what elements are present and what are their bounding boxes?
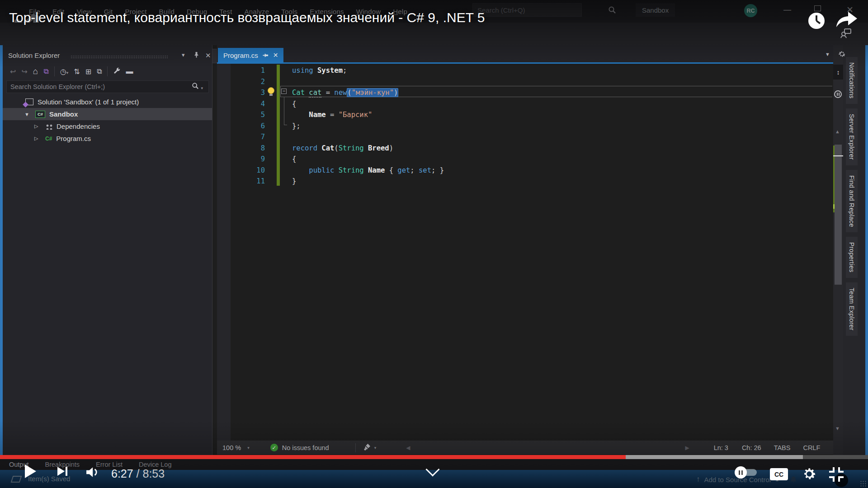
chevron-collapsed-icon[interactable]: ▷ — [34, 123, 38, 129]
solution-explorer-panel: Solution Explorer ▾ ✕ ↩ ↪ ⌂ ⧉ ◷▾ ⇅ ⊞ ⧉ ▬… — [3, 45, 212, 455]
issues-status[interactable]: No issues found — [282, 444, 329, 451]
player-settings-gear-icon[interactable] — [802, 466, 817, 482]
window-maximize-button[interactable] — [814, 5, 821, 11]
code-line-6[interactable]: 6}; — [217, 121, 833, 132]
code-line-3[interactable]: 3Cat cat = new("мэйн-кун") — [217, 87, 833, 99]
properties-wrench-icon[interactable] — [113, 67, 120, 76]
code-lines: 1using System;23Cat cat = new("мэйн-кун"… — [217, 64, 833, 187]
column-indicator[interactable]: Ch: 26 — [742, 444, 761, 451]
editor-options-gear-icon[interactable] — [838, 50, 846, 58]
lightbulb-quick-action-icon[interactable] — [268, 87, 274, 96]
tab-program-cs[interactable]: Program.cs ✕ — [218, 48, 283, 62]
code-area[interactable]: 1using System;23Cat cat = new("мэйн-кун"… — [217, 64, 833, 441]
avatar[interactable]: RC — [744, 4, 757, 17]
line-number: 1 — [217, 65, 265, 76]
solution-explorer-title: Solution Explorer — [8, 52, 60, 59]
hscroll-left-arrow[interactable]: ◀ — [406, 445, 410, 451]
document-list-dropdown[interactable]: ▼ — [825, 52, 830, 57]
code-line-4[interactable]: 4{ — [217, 99, 833, 110]
tool-tab-find-and-replace[interactable]: Find and Replace — [846, 170, 858, 233]
tool-tab-notifications[interactable]: Notifications — [846, 57, 858, 104]
code-line-8[interactable]: 8record Cat(String Breed) — [217, 143, 833, 154]
code-text: public String Name { get; set; } — [292, 165, 444, 176]
chevron-expanded-icon[interactable]: ▼ — [24, 112, 29, 117]
editor-status-row: 100 % ▾ ✓ No issues found ▾ ◀ ▶ Ln: 3 Ch… — [217, 441, 843, 455]
notifications-bell-icon[interactable] — [790, 476, 797, 483]
volume-icon[interactable] — [85, 466, 99, 478]
line-indicator[interactable]: Ln: 3 — [714, 444, 728, 451]
code-line-1[interactable]: 1using System; — [217, 65, 833, 76]
tree-item-program-cs[interactable]: ▷C#Program.cs — [3, 132, 212, 145]
share-icon[interactable] — [835, 11, 858, 28]
se-home-icon[interactable]: ⌂ — [33, 66, 38, 76]
collapse-all-icon[interactable]: ⊞ — [85, 67, 91, 76]
tabs-indicator[interactable]: TABS — [774, 444, 791, 451]
panel-drag-grip[interactable] — [71, 55, 168, 59]
subtitles-cc-button[interactable]: CC — [770, 468, 788, 480]
code-cleanup-broom-icon[interactable] — [363, 443, 371, 452]
code-line-10[interactable]: 10 public String Name { get; set; } — [217, 165, 833, 176]
code-text: record Cat(String Breed) — [292, 143, 393, 154]
sync-with-active-document-icon[interactable]: ⧉ — [43, 67, 48, 75]
tree-item-label: Solution 'Sandbox' (1 of 1 project) — [38, 98, 139, 106]
tab-label: Program.cs — [223, 52, 258, 59]
next-button[interactable] — [57, 467, 67, 476]
line-number: 11 — [217, 176, 265, 187]
tree-item-sandbox[interactable]: ▼C#Sandbox — [3, 108, 212, 120]
code-cleanup-dropdown[interactable]: ▾ — [374, 446, 377, 450]
tree-item-dependencies[interactable]: ▷Dependencies — [3, 120, 212, 132]
pin-icon[interactable] — [193, 52, 199, 59]
code-text: using System; — [292, 65, 347, 76]
video-title[interactable]: Top-level statement, ковариантность возв… — [9, 10, 485, 25]
code-line-9[interactable]: 9{ — [217, 154, 833, 165]
editor-vertical-scrollbar[interactable]: ↕ ▲ ▼ — [833, 45, 843, 455]
se-search-icon[interactable]: ▾ — [192, 82, 203, 91]
hscroll-right-arrow[interactable]: ▶ — [685, 445, 689, 451]
code-line-7[interactable]: 7 — [217, 131, 833, 143]
show-all-files-icon[interactable]: ⧉ — [97, 67, 102, 75]
code-line-5[interactable]: 5 Name = "Барсик" — [217, 109, 833, 121]
preview-selected-items-icon[interactable]: ▬ — [126, 67, 133, 75]
scroll-down-arrow[interactable]: ▼ — [835, 426, 840, 431]
zoom-level-combo[interactable]: 100 % — [222, 444, 241, 451]
split-window-handle-icon[interactable]: ↕ — [833, 65, 843, 80]
video-progress-bar[interactable] — [0, 455, 868, 459]
tab-pin-icon[interactable] — [263, 52, 269, 58]
window-resize-grip[interactable] — [860, 480, 866, 487]
line-number: 7 — [217, 131, 265, 143]
tab-close-icon[interactable]: ✕ — [273, 52, 278, 59]
fold-collapse-icon[interactable]: − — [281, 89, 287, 94]
panel-position-dropdown[interactable]: ▾ — [182, 52, 185, 58]
close-icon[interactable]: ✕ — [205, 52, 211, 60]
search-icon[interactable] — [600, 3, 624, 17]
watch-later-icon[interactable] — [807, 12, 826, 30]
code-text: { — [292, 99, 296, 110]
scrollbar-thumb[interactable] — [835, 145, 842, 285]
solution-explorer-search-input[interactable] — [6, 80, 209, 93]
tool-tab-properties[interactable]: Properties — [846, 237, 858, 278]
scroll-up-arrow[interactable]: ▲ — [835, 129, 840, 134]
scrollbar-mode-icon[interactable] — [834, 90, 842, 98]
vs-search-input[interactable] — [472, 3, 582, 17]
pending-changes-filter-icon[interactable]: ◷▾ — [60, 67, 69, 76]
tool-tab-team-explorer[interactable]: Team Explorer — [846, 282, 858, 336]
right-tool-tabstrip: NotificationsServer ExplorerFind and Rep… — [843, 45, 865, 455]
window-minimize-button[interactable]: — — [783, 5, 791, 14]
se-forward-icon[interactable]: ↪ — [21, 67, 27, 76]
exit-fullscreen-button[interactable] — [828, 466, 844, 483]
tree-item-solution-sandbox-1-of-1-project-[interactable]: Solution 'Sandbox' (1 of 1 project) — [3, 96, 212, 108]
tree-item-label: Dependencies — [57, 122, 100, 130]
account-name[interactable]: Sandbox — [636, 3, 675, 17]
switch-views-icon[interactable]: ⇅ — [74, 67, 80, 76]
play-button[interactable] — [25, 465, 36, 478]
tool-tab-server-explorer[interactable]: Server Explorer — [846, 108, 858, 165]
code-line-11[interactable]: 11} — [217, 176, 833, 187]
eol-indicator[interactable]: CRLF — [803, 444, 820, 451]
zoom-dropdown[interactable]: ▾ — [247, 446, 250, 450]
autoplay-toggle[interactable] — [736, 469, 757, 476]
se-back-icon[interactable]: ↩ — [10, 67, 16, 76]
chevron-collapsed-icon[interactable]: ▷ — [34, 136, 38, 141]
feedback-icon[interactable] — [840, 28, 852, 39]
video-played-bar — [0, 455, 626, 459]
code-line-2[interactable]: 2 — [217, 76, 833, 88]
